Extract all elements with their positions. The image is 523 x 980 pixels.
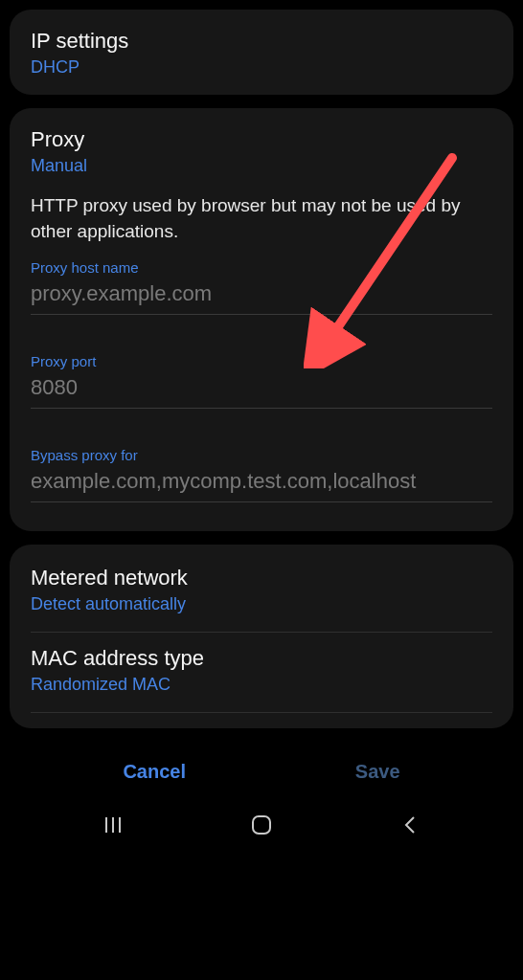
proxy-bypass-label: Bypass proxy for <box>31 447 492 463</box>
proxy-bypass-field-group: Bypass proxy for <box>31 447 492 502</box>
dialog-button-bar: Cancel Save <box>0 742 523 802</box>
divider <box>31 632 492 633</box>
divider <box>31 712 492 713</box>
mac-address-title: MAC address type <box>31 646 492 671</box>
proxy-port-label: Proxy port <box>31 353 492 369</box>
ip-settings-section[interactable]: IP settings DHCP <box>10 10 513 95</box>
proxy-bypass-input[interactable] <box>31 465 492 502</box>
svg-rect-3 <box>253 816 270 834</box>
save-button[interactable]: Save <box>327 751 429 792</box>
cancel-button[interactable]: Cancel <box>94 751 215 792</box>
mac-address-row[interactable]: MAC address type Randomized MAC <box>31 646 492 699</box>
proxy-title: Proxy <box>31 127 492 152</box>
metered-network-title: Metered network <box>31 566 492 590</box>
proxy-host-field-group: Proxy host name <box>31 259 492 315</box>
recents-icon[interactable] <box>75 806 151 844</box>
network-meta-section: Metered network Detect automatically MAC… <box>10 545 513 728</box>
proxy-description: HTTP proxy used by browser but may not b… <box>31 193 492 244</box>
proxy-header[interactable]: Proxy Manual <box>31 127 492 180</box>
proxy-section: Proxy Manual HTTP proxy used by browser … <box>10 108 513 531</box>
back-icon[interactable] <box>372 806 448 844</box>
proxy-value: Manual <box>31 156 492 176</box>
mac-address-value: Randomized MAC <box>31 675 492 695</box>
proxy-host-label: Proxy host name <box>31 259 492 276</box>
proxy-host-input[interactable] <box>31 278 492 315</box>
android-nav-bar <box>0 802 523 848</box>
home-icon[interactable] <box>223 806 300 844</box>
ip-settings-title: IP settings <box>31 29 492 54</box>
proxy-port-input[interactable] <box>31 371 492 409</box>
ip-settings-value: DHCP <box>31 57 492 78</box>
metered-network-row[interactable]: Metered network Detect automatically <box>31 566 492 618</box>
metered-network-value: Detect automatically <box>31 594 492 614</box>
proxy-port-field-group: Proxy port <box>31 353 492 409</box>
